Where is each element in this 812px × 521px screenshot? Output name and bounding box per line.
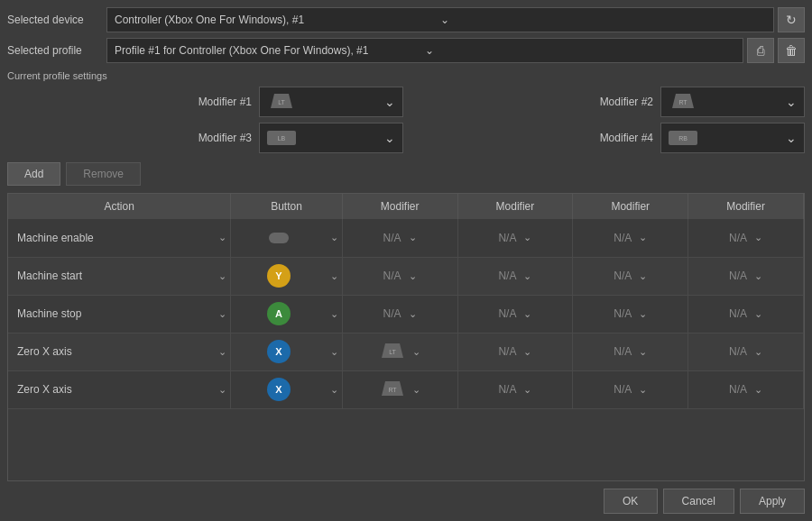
na-value: N/A ⌄	[577, 270, 684, 282]
button-cell[interactable]: Y ⌄	[231, 257, 342, 295]
action-chevron-icon: ⌄	[218, 232, 226, 243]
mod-cell[interactable]: RT ⌄	[342, 370, 457, 408]
na-value: N/A ⌄	[462, 232, 569, 244]
mod-cell[interactable]: N/A ⌄	[573, 333, 688, 370]
back-button-icon	[269, 233, 289, 243]
svg-text:RT: RT	[388, 387, 397, 393]
x-button-icon: X	[267, 340, 291, 363]
modifier-4-dropdown[interactable]: RB ⌄	[660, 123, 805, 153]
na-value: N/A ⌄	[577, 345, 684, 358]
mod-cell[interactable]: N/A ⌄	[457, 257, 573, 295]
cancel-button[interactable]: Cancel	[663, 489, 734, 514]
button-cell[interactable]: A ⌄	[231, 295, 342, 333]
na-chevron-icon: ⌄	[409, 232, 417, 243]
modifier-4-label: Modifier #4	[581, 132, 653, 144]
mod-cell[interactable]: N/A ⌄	[457, 295, 573, 333]
action-cell[interactable]: Zero X axis ⌄	[8, 370, 231, 408]
na-value: N/A ⌄	[346, 270, 454, 282]
trigger-chevron-icon: ⌄	[412, 346, 420, 358]
svg-text:RT: RT	[678, 99, 687, 105]
action-cell[interactable]: Machine start ⌄	[8, 257, 231, 295]
copy-profile-button[interactable]: ⎙	[747, 38, 774, 63]
na-value: N/A ⌄	[462, 383, 569, 396]
modifier-1-dropdown[interactable]: LT ⌄	[259, 87, 403, 117]
mod-cell[interactable]: N/A ⌄	[457, 219, 573, 257]
table-row: Zero X axis ⌄ X ⌄ RT ⌄ N/A ⌄ N/A ⌄ N/A ⌄	[8, 370, 804, 408]
na-chevron-icon: ⌄	[639, 270, 647, 282]
na-chevron-icon: ⌄	[523, 232, 531, 243]
na-value: N/A ⌄	[692, 270, 799, 282]
delete-profile-button[interactable]: 🗑	[778, 38, 805, 63]
mod-cell[interactable]: LT ⌄	[342, 333, 457, 370]
remove-button[interactable]: Remove	[66, 162, 141, 186]
mod-cell[interactable]: N/A ⌄	[457, 333, 573, 370]
device-dropdown[interactable]: Controller (Xbox One For Windows), #1 ⌄	[106, 7, 774, 32]
mod-cell[interactable]: N/A ⌄	[688, 257, 804, 295]
action-name: Machine enable	[17, 232, 215, 244]
na-chevron-icon: ⌄	[409, 270, 417, 282]
na-value: N/A ⌄	[462, 307, 569, 320]
button-cell[interactable]: X ⌄	[231, 370, 342, 408]
copy-icon: ⎙	[757, 43, 764, 58]
mod-cell[interactable]: N/A ⌄	[342, 295, 457, 333]
profile-dropdown[interactable]: Profile #1 for Controller (Xbox One For …	[106, 38, 743, 63]
modifier-3-dropdown[interactable]: LB ⌄	[259, 123, 403, 153]
modifier-1-label: Modifier #1	[180, 96, 252, 108]
col-mod4: Modifier	[688, 194, 804, 219]
mod-cell[interactable]: N/A ⌄	[573, 257, 688, 295]
mod-cell[interactable]: N/A ⌄	[688, 333, 804, 370]
na-value: N/A ⌄	[346, 232, 454, 244]
na-chevron-icon: ⌄	[639, 384, 647, 396]
refresh-button[interactable]: ↻	[778, 7, 805, 32]
svg-text:LT: LT	[389, 349, 396, 355]
col-mod2: Modifier	[457, 194, 573, 219]
action-name: Zero X axis	[17, 383, 215, 396]
mod-cell[interactable]: N/A ⌄	[688, 295, 804, 333]
button-cell[interactable]: X ⌄	[231, 333, 342, 370]
button-cell[interactable]: ⌄	[231, 219, 342, 257]
apply-button[interactable]: Apply	[740, 489, 805, 514]
table-row: Machine enable ⌄ ⌄ N/A ⌄ N/A ⌄ N/A ⌄ N/A…	[8, 219, 804, 257]
main-container: Selected device Controller (Xbox One For…	[0, 0, 812, 521]
ok-button[interactable]: OK	[604, 489, 658, 514]
col-mod1: Modifier	[342, 194, 457, 219]
action-cell[interactable]: Machine enable ⌄	[8, 219, 231, 257]
button-chevron-icon: ⌄	[330, 308, 338, 320]
modifier-4-chevron-icon: ⌄	[786, 131, 797, 145]
mod-cell[interactable]: N/A ⌄	[688, 370, 804, 408]
col-action: Action	[8, 194, 231, 219]
profile-row: Selected profile Profile #1 for Controll…	[7, 38, 805, 63]
mod-cell[interactable]: N/A ⌄	[342, 219, 457, 257]
mod-cell[interactable]: N/A ⌄	[342, 257, 457, 295]
modifier-1-chevron-icon: ⌄	[384, 95, 395, 109]
modifier-2-dropdown[interactable]: RT ⌄	[660, 87, 805, 117]
modifiers-grid: Modifier #1 LT ⌄ Modifier #2 RT	[7, 87, 805, 153]
action-chevron-icon: ⌄	[218, 384, 226, 396]
na-chevron-icon: ⌄	[639, 346, 647, 358]
mod-cell[interactable]: N/A ⌄	[573, 219, 688, 257]
action-cell[interactable]: Zero X axis ⌄	[8, 333, 231, 370]
action-chevron-icon: ⌄	[218, 346, 226, 358]
action-chevron-icon: ⌄	[218, 270, 226, 282]
modifier-3-label: Modifier #3	[180, 132, 252, 144]
mod-cell[interactable]: N/A ⌄	[573, 295, 688, 333]
action-buttons: Add Remove	[7, 162, 805, 186]
device-value: Controller (Xbox One For Windows), #1	[115, 14, 440, 26]
na-value: N/A ⌄	[346, 307, 454, 320]
action-name: Zero X axis	[17, 345, 215, 358]
mod-cell[interactable]: N/A ⌄	[457, 370, 573, 408]
button-chevron-icon: ⌄	[330, 346, 338, 358]
add-button[interactable]: Add	[7, 162, 60, 186]
delete-icon: 🗑	[785, 43, 798, 58]
mod-cell[interactable]: N/A ⌄	[573, 370, 688, 408]
bindings-table: Action Button Modifier Modifier Modifier…	[8, 194, 804, 409]
lb-shape: LB	[267, 131, 296, 145]
modifier-2-label: Modifier #2	[581, 96, 653, 108]
na-value: N/A ⌄	[692, 307, 799, 320]
col-button: Button	[231, 194, 342, 219]
table-scroll[interactable]: Action Button Modifier Modifier Modifier…	[8, 194, 804, 480]
action-cell[interactable]: Machine stop ⌄	[8, 295, 231, 333]
modifier-2-icon: RT	[669, 91, 697, 113]
mod-cell[interactable]: N/A ⌄	[688, 219, 804, 257]
na-chevron-icon: ⌄	[523, 346, 531, 358]
